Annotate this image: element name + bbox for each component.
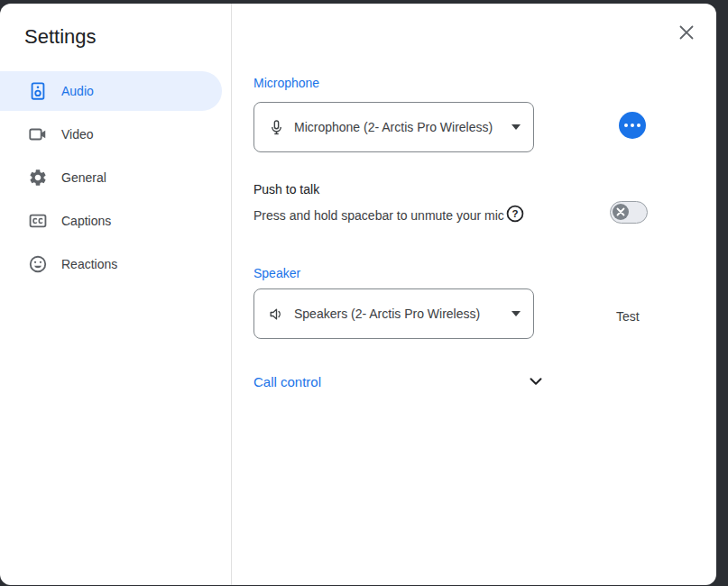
dropdown-arrow-icon [511,124,521,130]
svg-text:?: ? [512,208,519,219]
dialog-title: Settings [24,25,97,49]
speaker-icon [268,306,285,323]
speaker-section-label: Speaker [253,266,300,280]
push-to-talk-description: Press and hold spacebar to unmute your m… [253,205,506,226]
speaker-selected-device: Speakers (2- Arctis Pro Wireless) [294,307,506,321]
mic-level-indicator [619,112,646,139]
push-to-talk-toggle[interactable] [610,201,648,224]
toggle-thumb-off-icon [613,204,629,220]
microphone-section-label: Microphone [253,76,319,90]
sidebar-item-label: General [61,170,106,185]
speaker-device-select[interactable]: Speakers (2- Arctis Pro Wireless) [253,288,534,339]
settings-dialog: Settings Audio [0,4,716,585]
smiley-icon [27,253,49,275]
microphone-selected-device: Microphone (2- Arctis Pro Wireless) [294,120,506,134]
dropdown-arrow-icon [511,311,521,316]
gear-icon [27,167,49,188]
call-control-label: Call control [253,374,321,389]
sidebar-item-captions[interactable]: Captions [0,199,231,243]
sidebar-item-general[interactable]: General [0,156,231,199]
sidebar-item-audio[interactable]: Audio [0,69,231,113]
sidebar-item-label: Video [61,127,94,142]
push-to-talk-title: Push to talk [253,182,319,197]
push-to-talk-help-button[interactable]: ? [505,204,525,224]
sidebar-item-label: Reactions [61,257,117,271]
call-control-expander[interactable]: Call control [253,373,544,389]
settings-nav: Audio Video Gener [0,69,231,286]
videocam-icon [27,124,49,145]
speaker-box-icon [27,80,49,102]
sidebar-item-reactions[interactable]: Reactions [0,243,231,286]
sidebar-item-video[interactable]: Video [0,113,231,156]
chevron-down-icon [528,373,544,389]
audio-settings-panel: Microphone Microphone (2- Arctis Pro Wir… [232,4,716,585]
sidebar-item-label: Audio [61,84,94,98]
settings-sidebar: Settings Audio [0,4,232,585]
speaker-test-button[interactable]: Test [614,306,641,327]
microphone-icon [268,119,285,136]
microphone-device-select[interactable]: Microphone (2- Arctis Pro Wireless) [253,102,534,152]
sidebar-item-label: Captions [61,214,111,228]
help-icon: ? [505,204,525,224]
closed-captions-icon [27,210,49,232]
